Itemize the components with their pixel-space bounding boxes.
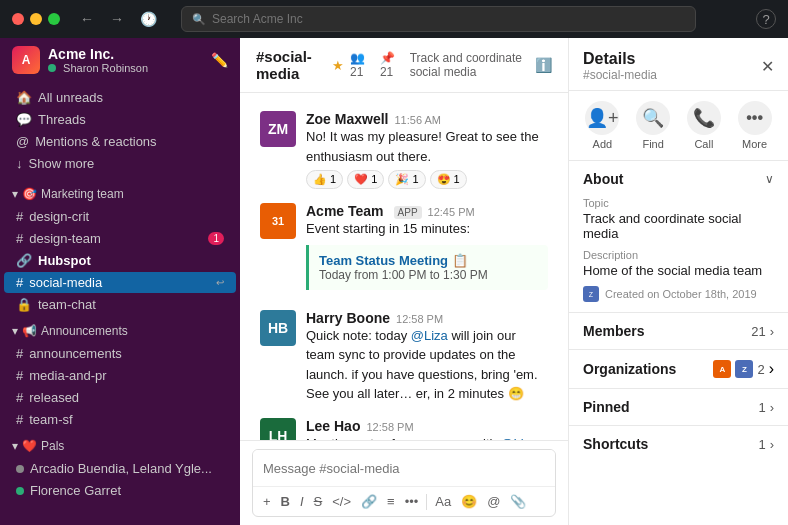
announcements-section-header[interactable]: ▾ 📢 Announcements — [0, 320, 240, 342]
history-button[interactable]: 🕐 — [136, 9, 161, 29]
maximize-traffic-light[interactable] — [48, 13, 60, 25]
edit-workspace-button[interactable]: ✏️ — [211, 52, 228, 68]
back-button[interactable]: ← — [76, 9, 98, 29]
details-title-group: Details #social-media — [583, 50, 657, 82]
pinned-count: 1 › — [758, 400, 774, 415]
reaction-party[interactable]: 🎉 1 — [388, 170, 425, 189]
info-button[interactable]: ℹ️ — [535, 57, 552, 73]
dm-arcadio[interactable]: Arcadio Buendia, Leland Ygle... — [4, 458, 236, 479]
shortcuts-chevron-icon: › — [770, 437, 774, 452]
close-details-button[interactable]: ✕ — [761, 57, 774, 76]
app-badge: APP — [394, 206, 422, 219]
close-traffic-light[interactable] — [12, 13, 24, 25]
members-row[interactable]: Members 21 › — [569, 313, 788, 350]
action-add[interactable]: 👤+ Add — [585, 101, 619, 150]
chevron-marketing-icon: ▾ — [12, 187, 18, 201]
details-title: Details — [583, 50, 657, 68]
channel-released[interactable]: #released — [4, 387, 236, 408]
action-find[interactable]: 🔍 Find — [636, 101, 670, 150]
creator-avatar: Z — [583, 286, 599, 302]
announcements-section: ▾ 📢 Announcements #announcements #media-… — [0, 320, 240, 431]
reaction-heart[interactable]: ❤️ 1 — [347, 170, 384, 189]
list-button[interactable]: ≡ — [383, 491, 399, 512]
star-icon[interactable]: ★ — [332, 58, 344, 73]
about-toggle[interactable]: About ∨ — [569, 161, 788, 197]
avatar-harry: HB — [260, 310, 296, 346]
messages-container: ZM Zoe Maxwell 11:56 AM No! It was my pl… — [240, 93, 568, 440]
sidebar-item-threads[interactable]: 💬 Threads — [4, 109, 236, 130]
chevron-pals-icon: ▾ — [12, 439, 18, 453]
code-button[interactable]: </> — [328, 491, 355, 512]
channel-title: #social-media — [256, 48, 326, 82]
avatar-zoe: ZM — [260, 111, 296, 147]
channel-announcements[interactable]: #announcements — [4, 343, 236, 364]
pinned-row[interactable]: Pinned 1 › — [569, 389, 788, 426]
message-lee: LH Lee Hao 12:58 PM Meeting notes from o… — [256, 414, 552, 441]
reaction-eyes[interactable]: 😍 1 — [430, 170, 467, 189]
channel-team-sf[interactable]: #team-sf — [4, 409, 236, 430]
text-size-button[interactable]: Aa — [431, 491, 455, 512]
search-input[interactable] — [212, 12, 685, 26]
details-subtitle: #social-media — [583, 68, 657, 82]
at-button[interactable]: @ — [483, 491, 504, 512]
channel-social-media[interactable]: # social-media ↩ — [4, 272, 236, 293]
sidebar-item-show-more[interactable]: ↓ Show more — [4, 153, 236, 174]
chat-header: #social-media ★ 👥 21 📌 21 Track and coor… — [240, 38, 568, 93]
description-label: Description — [583, 249, 774, 261]
members-count-value: 21 — [751, 324, 765, 339]
pals-section-header[interactable]: ▾ ❤️ Pals — [0, 435, 240, 457]
bold-button[interactable]: B — [277, 491, 294, 512]
action-call[interactable]: 📞 Call — [687, 101, 721, 150]
add-button[interactable]: + — [259, 491, 275, 512]
workspace-info: A Acme Inc. Sharon Robinson — [12, 46, 148, 74]
members-label: Members — [583, 323, 644, 339]
details-panel: Details #social-media ✕ 👤+ Add 🔍 Find 📞 … — [568, 38, 788, 525]
member-count: 👥 21 — [350, 51, 372, 79]
help-button[interactable]: ? — [756, 9, 776, 29]
status-card[interactable]: Team Status Meeting 📋 Today from 1:00 PM… — [306, 245, 548, 290]
channel-design-crit[interactable]: # design-crit — [4, 206, 236, 227]
about-chevron-icon: ∨ — [765, 172, 774, 186]
strikethrough-button[interactable]: S — [310, 491, 327, 512]
message-content-acme: Acme Team APP 12:45 PM Event starting in… — [306, 203, 548, 296]
arrow-icon: ↩ — [216, 277, 224, 288]
created-row: Z Created on October 18th, 2019 — [583, 286, 774, 302]
message-input[interactable] — [253, 450, 555, 486]
sidebar-item-all-unreads[interactable]: 🏠 All unreads — [4, 87, 236, 108]
channel-team-chat[interactable]: 🔒 team-chat — [4, 294, 236, 315]
orgs-count: 2 — [757, 362, 764, 377]
topic-value: Track and coordinate social media — [583, 211, 774, 241]
channel-media-and-pr[interactable]: #media-and-pr — [4, 365, 236, 386]
link-button[interactable]: 🔗 — [357, 491, 381, 512]
titlebar: ← → 🕐 🔍 ? — [0, 0, 788, 38]
sidebar-nav: 🏠 All unreads 💬 Threads @ Mentions & rea… — [0, 82, 240, 179]
status-card-time: Today from 1:00 PM to 1:30 PM — [319, 268, 538, 282]
chat-header-left: #social-media ★ 👥 21 📌 21 Track and coor… — [256, 48, 535, 82]
forward-button[interactable]: → — [106, 9, 128, 29]
attachment-button[interactable]: 📎 — [506, 491, 530, 512]
description-value: Home of the social media team — [583, 263, 774, 278]
channel-hubspot[interactable]: 🔗 Hubspot — [4, 250, 236, 271]
pinned-chevron-icon: › — [770, 400, 774, 415]
dm-florence[interactable]: Florence Garret — [4, 480, 236, 501]
threads-icon: 💬 — [16, 112, 32, 127]
more-format-button[interactable]: ••• — [401, 491, 423, 512]
created-text: Created on October 18th, 2019 — [605, 288, 757, 300]
workspace-header[interactable]: A Acme Inc. Sharon Robinson ✏️ — [0, 38, 240, 82]
pin-info: 📌 21 — [380, 51, 402, 79]
organizations-row[interactable]: Organizations A Z 2 › — [569, 350, 788, 389]
action-more[interactable]: ••• More — [738, 101, 772, 150]
italic-button[interactable]: I — [296, 491, 308, 512]
reaction-thumbs[interactable]: 👍 1 — [306, 170, 343, 189]
avatar-acme: 31 — [260, 203, 296, 239]
shortcuts-row[interactable]: Shortcuts 1 › — [569, 426, 788, 462]
minimize-traffic-light[interactable] — [30, 13, 42, 25]
search-bar[interactable]: 🔍 — [181, 6, 696, 32]
emoji-button[interactable]: 😊 — [457, 491, 481, 512]
workspace-avatar: A — [12, 46, 40, 74]
shortcuts-count-value: 1 — [758, 437, 765, 452]
channel-design-team[interactable]: # design-team 1 — [4, 228, 236, 249]
about-section: About ∨ Topic Track and coordinate socia… — [569, 161, 788, 313]
marketing-section-header[interactable]: ▾ 🎯 Marketing team — [0, 183, 240, 205]
sidebar-item-mentions[interactable]: @ Mentions & reactions — [4, 131, 236, 152]
